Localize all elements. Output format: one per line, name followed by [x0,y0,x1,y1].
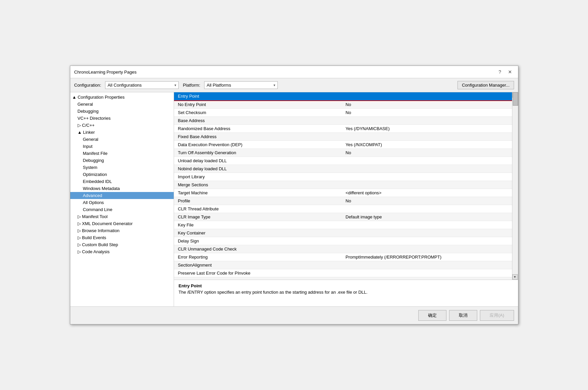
props-grid: Entry PointNo Entry PointNoSet ChecksumN… [174,92,512,280]
prop-value-2: No [343,108,512,116]
ok-button[interactable]: 确定 [418,310,446,321]
table-row[interactable]: Key File [174,221,512,229]
prop-name-13: Profile [174,197,343,205]
table-row[interactable]: Set ChecksumNo [174,108,512,116]
prop-name-0: Entry Point [174,92,343,100]
prop-value-18 [343,237,512,245]
tree-item-6[interactable]: General [70,136,174,143]
tree-item-11[interactable]: Optimization [70,171,174,178]
table-row[interactable]: CLR Image TypeDefault image type [174,213,512,221]
tree-item-3[interactable]: VC++ Directories [70,115,174,122]
prop-name-22: Preserve Last Error Code for PInvoke [174,269,343,277]
prop-name-4: Randomized Base Address [174,124,343,132]
tree-item-12[interactable]: Embedded IDL [70,178,174,185]
prop-value-20: PromptImmediately (/ERRORREPORT:PROMPT) [343,253,512,261]
table-row[interactable]: Data Execution Prevention (DEP)Yes (/NXC… [174,140,512,149]
table-row[interactable]: Import Library [174,173,512,181]
apply-button[interactable]: 应用(A) [480,310,514,321]
table-row[interactable]: No Entry PointNo [174,100,512,108]
prop-value-0[interactable] [343,92,512,100]
prop-value-6: Yes (/NXCOMPAT) [343,140,512,149]
tree-item-22[interactable]: ▷ Code Analysis [70,248,174,255]
table-row[interactable]: Unload delay loaded DLL [174,157,512,165]
prop-value-10 [343,173,512,181]
table-row[interactable]: SectionAlignment [174,261,512,269]
prop-value-7: No [343,149,512,157]
prop-value-15: Default image type [343,213,512,221]
prop-value-21 [343,261,512,269]
tree-item-14[interactable]: Advanced [70,192,174,199]
prop-value-9 [343,165,512,173]
table-row[interactable]: Image Has Safe Exception Handlers<differ… [174,277,512,280]
tree-item-10[interactable]: System [70,164,174,171]
props-panel: Entry PointNo Entry PointNoSet ChecksumN… [174,92,518,306]
tree-item-4[interactable]: ▷ C/C++ [70,122,174,129]
tree-item-1[interactable]: General [70,101,174,108]
tree-item-8[interactable]: Manifest File [70,150,174,157]
prop-value-12: <different options> [343,189,512,197]
config-select[interactable]: All Configurations [105,81,179,89]
table-row[interactable]: Merge Sections [174,181,512,189]
description-panel: Entry Point The /ENTRY option specifies … [174,280,518,306]
props-table: Entry PointNo Entry PointNoSet ChecksumN… [174,92,512,280]
tree-item-19[interactable]: ▷ Browse Information [70,227,174,234]
tree-item-0[interactable]: ▲ Configuration Properties [70,94,174,101]
prop-value-4: Yes (/DYNAMICBASE) [343,124,512,132]
prop-name-15: CLR Image Type [174,213,343,221]
prop-value-3 [343,116,512,124]
table-row[interactable]: Turn Off Assembly GenerationNo [174,149,512,157]
prop-name-14: CLR Thread Attribute [174,205,343,213]
platform-select[interactable]: All Platforms [204,81,278,89]
prop-name-1: No Entry Point [174,100,343,108]
table-row[interactable]: Error ReportingPromptImmediately (/ERROR… [174,253,512,261]
table-row[interactable]: Target Machine<different options> [174,189,512,197]
prop-value-5 [343,132,512,140]
tree-item-16[interactable]: Command Line [70,206,174,213]
prop-name-6: Data Execution Prevention (DEP) [174,140,343,149]
table-row[interactable]: Preserve Last Error Code for PInvoke [174,269,512,277]
table-row[interactable]: Nobind delay loaded DLL [174,165,512,173]
prop-name-9: Nobind delay loaded DLL [174,165,343,173]
tree-item-21[interactable]: ▷ Custom Build Step [70,241,174,248]
table-row[interactable]: CLR Unmanaged Code Check [174,245,512,253]
prop-value-14 [343,205,512,213]
table-row[interactable]: Randomized Base AddressYes (/DYNAMICBASE… [174,124,512,132]
config-label: Configuration: [74,83,101,88]
table-row[interactable]: CLR Thread Attribute [174,205,512,213]
prop-name-7: Turn Off Assembly Generation [174,149,343,157]
tree-item-20[interactable]: ▷ Build Events [70,234,174,241]
tree-item-13[interactable]: Windows Metadata [70,185,174,192]
close-button[interactable]: ✕ [506,69,514,75]
prop-name-23: Image Has Safe Exception Handlers [174,277,343,280]
prop-value-19 [343,245,512,253]
description-text: The /ENTRY option specifies an entry poi… [179,290,513,295]
tree-item-2[interactable]: Debugging [70,108,174,115]
bottom-bar: 确定 取消 应用(A) [70,306,518,324]
table-row[interactable]: Delay Sign [174,237,512,245]
help-button[interactable]: ? [497,69,503,75]
scroll-thumb[interactable] [513,92,518,106]
table-row[interactable]: ProfileNo [174,197,512,205]
tree-item-18[interactable]: ▷ XML Document Generator [70,220,174,227]
prop-name-11: Merge Sections [174,181,343,189]
tree-item-15[interactable]: All Options [70,199,174,206]
tree-item-7[interactable]: Input [70,143,174,150]
cancel-button[interactable]: 取消 [449,310,477,321]
scrollbar[interactable]: ▲ ▼ [512,92,518,280]
table-row[interactable]: Key Container [174,229,512,237]
table-row[interactable]: Fixed Base Address [174,132,512,140]
prop-value-13: No [343,197,512,205]
tree-item-17[interactable]: ▷ Manifest Tool [70,213,174,220]
table-row[interactable]: Entry Point [174,92,512,100]
scroll-down-arrow[interactable]: ▼ [512,274,518,280]
description-title: Entry Point [179,283,513,288]
config-row: Configuration: All Configurations Platfo… [70,78,518,92]
prop-value-17 [343,229,512,237]
property-pages-dialog: ChronoLearning Property Pages ? ✕ Config… [70,66,518,324]
table-row[interactable]: Base Address [174,116,512,124]
config-select-wrapper: All Configurations [105,81,179,89]
dialog-title: ChronoLearning Property Pages [74,70,137,75]
tree-item-5[interactable]: ▲ Linker [70,129,174,136]
tree-item-9[interactable]: Debugging [70,157,174,164]
config-manager-button[interactable]: Configuration Manager... [457,81,514,89]
